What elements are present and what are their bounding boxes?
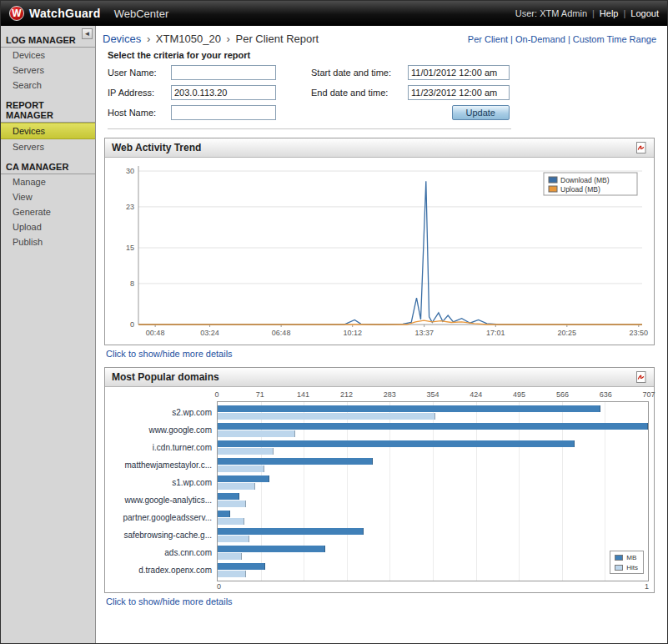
mb-bar	[218, 493, 239, 500]
link-custom-time-range[interactable]: Custom Time Range	[573, 34, 656, 44]
breadcrumb-page: Per Client Report	[236, 33, 319, 45]
sidebar-item-log-search[interactable]: Search	[1, 78, 95, 93]
help-link[interactable]: Help	[600, 8, 619, 18]
trend-x-tick: 13:37	[414, 329, 434, 337]
trend-y-tick: 8	[130, 279, 134, 288]
trend-series-download	[138, 181, 642, 325]
brand-name: WatchGuard	[29, 7, 101, 20]
trend-x-tick: 23:50	[630, 329, 649, 337]
trend-details-link[interactable]: Click to show/hide more details	[106, 349, 233, 359]
sidebar-item-ca-manage[interactable]: Manage	[1, 174, 95, 189]
sidebar-item-report-devices[interactable]: Devices	[1, 123, 95, 139]
sidebar-item-ca-view[interactable]: View	[1, 189, 95, 204]
hits-bar	[218, 571, 246, 577]
user-label: User: XTM Admin	[515, 8, 587, 18]
criteria-form: Select the criteria for your report User…	[108, 50, 659, 129]
sidebar-item-ca-upload[interactable]: Upload	[1, 219, 95, 234]
breadcrumb-separator: ›	[227, 33, 230, 45]
legend-label: Upload (MB)	[560, 185, 600, 194]
user-links: User: XTM Admin | Help | Logout	[515, 8, 659, 18]
domain-bar-group	[218, 474, 648, 491]
host-name-label: Host Name:	[108, 108, 171, 118]
top-axis-tick: 566	[556, 390, 569, 399]
top-axis-tick: 495	[513, 390, 525, 399]
domain-bar-group	[218, 561, 648, 579]
hits-bar	[218, 553, 242, 560]
start-date-input[interactable]	[408, 65, 510, 80]
web-activity-trend-panel: Web Activity Trend 0815233000:4803:2406:…	[104, 138, 655, 345]
hits-bar	[218, 501, 246, 507]
end-date-input[interactable]	[408, 85, 510, 100]
trend-y-tick: 15	[126, 244, 134, 252]
sidebar: ◄ LOG MANAGERDevicesServersSearchREPORT …	[1, 26, 96, 644]
breadcrumb-device: XTM1050_20	[156, 33, 221, 45]
sidebar-item-report-servers[interactable]: Servers	[1, 139, 95, 154]
mb-bar	[218, 563, 265, 570]
report-type-links: Per Client|On-Demand|Custom Time Range	[465, 34, 659, 44]
domains-top-axis: 071141212283354424495566636707	[217, 390, 649, 401]
legend-swatch	[615, 565, 623, 571]
top-axis-tick: 283	[384, 390, 396, 399]
user-name-label: User Name:	[108, 68, 171, 78]
link-on-demand[interactable]: On-Demand	[515, 34, 565, 44]
legend-label: MB	[626, 554, 636, 561]
link-per-client[interactable]: Per Client	[468, 34, 508, 44]
export-pdf-icon[interactable]	[635, 142, 647, 153]
domain-label: www.google.com	[108, 421, 217, 439]
domain-bar-group	[218, 456, 648, 474]
user-name-input[interactable]	[171, 65, 276, 80]
hits-bar	[218, 483, 255, 490]
breadcrumb-devices-link[interactable]: Devices	[103, 33, 141, 45]
update-button[interactable]: Update	[452, 105, 510, 120]
host-name-input[interactable]	[171, 105, 276, 120]
breadcrumb: Devices › XTM1050_20 › Per Client Report	[103, 33, 319, 45]
legend-label: Download (MB)	[560, 176, 610, 184]
trend-panel-title: Web Activity Trend	[112, 142, 201, 153]
top-axis-tick: 636	[600, 390, 612, 399]
hits-bar	[218, 465, 264, 472]
domain-bar-group	[218, 544, 648, 561]
export-pdf-icon[interactable]	[635, 371, 647, 383]
bottom-axis-tick: 0	[217, 582, 221, 591]
domain-bar-group	[218, 526, 648, 544]
trend-y-tick: 30	[126, 167, 134, 175]
trend-x-tick: 06:48	[272, 329, 291, 337]
sidebar-collapse-button[interactable]: ◄	[82, 28, 93, 39]
app-name: WebCenter	[114, 8, 169, 20]
sidebar-item-ca-publish[interactable]: Publish	[1, 234, 95, 249]
ip-address-input[interactable]	[171, 85, 276, 100]
logout-link[interactable]: Logout	[630, 8, 659, 18]
sidebar-item-ca-generate[interactable]: Generate	[1, 204, 95, 219]
domain-bar-group	[218, 509, 648, 526]
legend-entry: MB	[615, 554, 638, 561]
domain-label: ads.cnn.com	[108, 544, 217, 561]
most-popular-domains-panel: Most Popular domains 0711412122833544244…	[104, 367, 655, 593]
trend-x-tick: 20:25	[558, 329, 577, 337]
domain-label: s1.wp.com	[108, 474, 217, 491]
mb-bar	[218, 528, 364, 535]
top-bar: W WatchGuard WebCenter User: XTM Admin |…	[1, 1, 667, 26]
trend-y-tick: 0	[130, 320, 134, 329]
brand-area: W WatchGuard WebCenter	[9, 6, 168, 21]
trend-panel-header: Web Activity Trend	[105, 138, 654, 158]
mb-bar	[218, 405, 600, 412]
legend-entry: Hits	[615, 564, 638, 571]
end-date-label: End date and time:	[311, 88, 408, 98]
sidebar-item-log-devices[interactable]: Devices	[1, 48, 95, 63]
domains-details-link[interactable]: Click to show/hide more details	[106, 596, 233, 606]
domain-label: safebrowsing-cache.g...	[108, 526, 217, 544]
domain-bar-group	[218, 404, 648, 421]
trend-x-tick: 03:24	[200, 329, 219, 337]
link-separator: |	[568, 34, 570, 44]
top-axis-tick: 707	[642, 390, 655, 399]
hits-bar	[218, 430, 295, 437]
axis-spacer	[108, 390, 217, 401]
domains-legend: MBHits	[610, 551, 644, 574]
domains-plot-area: MBHits	[217, 401, 649, 581]
sidebar-item-log-servers[interactable]: Servers	[1, 63, 95, 78]
breadcrumb-separator: ›	[147, 33, 150, 45]
hits-bar	[218, 448, 274, 455]
web-activity-trend-chart: 0815233000:4803:2406:4810:1213:3717:0120…	[108, 161, 649, 341]
separator: |	[623, 8, 625, 18]
separator: |	[592, 8, 595, 18]
